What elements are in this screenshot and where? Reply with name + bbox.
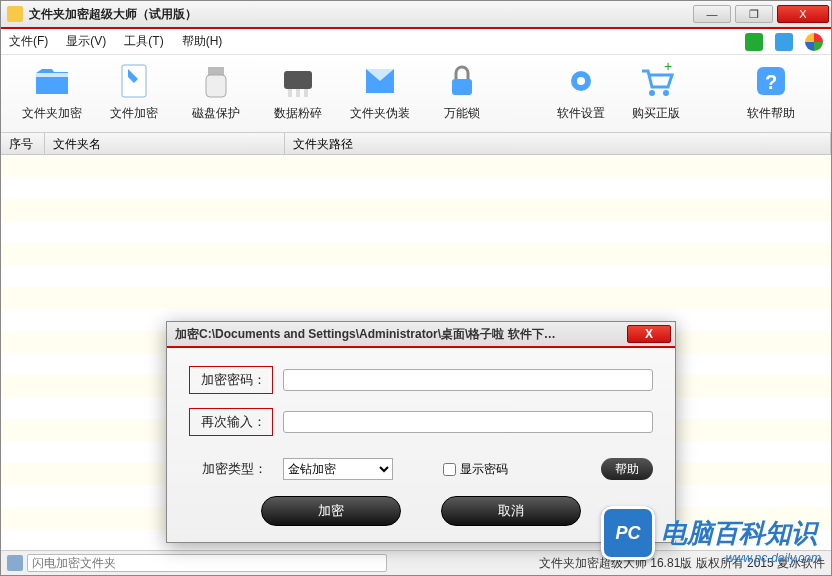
search-icon	[7, 555, 23, 571]
menu-view[interactable]: 显示(V)	[66, 33, 106, 50]
list-area: 加密C:\Documents and Settings\Administrato…	[1, 155, 831, 551]
encrypt-button[interactable]: 加密	[261, 496, 401, 526]
password-confirm-input[interactable]	[283, 411, 653, 433]
encrypt-type-label: 加密类型：	[189, 456, 273, 482]
gear-icon	[561, 61, 601, 101]
disk-protect-button[interactable]: 磁盘保护	[175, 61, 257, 132]
shred-button[interactable]: 数据粉碎	[257, 61, 339, 132]
minimize-button[interactable]: —	[693, 5, 731, 23]
col-path[interactable]: 文件夹路径	[285, 133, 831, 154]
menu-list: 文件(F) 显示(V) 工具(T) 帮助(H)	[9, 33, 222, 50]
disguise-label: 文件夹伪装	[350, 105, 410, 122]
password-input[interactable]	[283, 369, 653, 391]
maximize-button[interactable]: ❐	[735, 5, 773, 23]
svg-rect-3	[284, 71, 312, 89]
dialog-close-button[interactable]: X	[627, 325, 671, 343]
svg-rect-4	[288, 89, 292, 97]
shield-icon[interactable]	[745, 33, 763, 51]
phone-icon[interactable]	[775, 33, 793, 51]
file-icon	[114, 61, 154, 101]
svg-point-12	[663, 90, 669, 96]
folder-encrypt-button[interactable]: 文件夹加密	[11, 61, 93, 132]
file-encrypt-button[interactable]: 文件加密	[93, 61, 175, 132]
disguise-button[interactable]: 文件夹伪装	[339, 61, 421, 132]
status-bar: 文件夹加密超级大师 16.81版 版权所有 2015 夏冰软件	[1, 551, 831, 575]
cart-icon: +	[636, 61, 676, 101]
password-confirm-label: 再次输入：	[189, 408, 273, 436]
encrypt-type-select[interactable]: 金钻加密	[283, 458, 393, 480]
cancel-button[interactable]: 取消	[441, 496, 581, 526]
col-index[interactable]: 序号	[1, 133, 45, 154]
title-bar: 文件夹加密超级大师（试用版） — ❐ X	[1, 1, 831, 29]
help-button[interactable]: ? 软件帮助	[733, 61, 808, 132]
shredder-icon	[278, 61, 318, 101]
dialog-help-button[interactable]: 帮助	[601, 458, 653, 480]
folder-icon	[32, 61, 72, 101]
disk-protect-label: 磁盘保护	[192, 105, 240, 122]
svg-rect-8	[452, 79, 472, 95]
list-header: 序号 文件夹名 文件夹路径	[1, 133, 831, 155]
disguise-icon	[360, 61, 400, 101]
svg-rect-5	[296, 89, 300, 97]
file-encrypt-label: 文件加密	[110, 105, 158, 122]
svg-text:?: ?	[764, 71, 776, 93]
settings-button[interactable]: 软件设置	[543, 61, 618, 132]
dialog-title-bar: 加密C:\Documents and Settings\Administrato…	[167, 322, 675, 348]
settings-label: 软件设置	[557, 105, 605, 122]
menu-file[interactable]: 文件(F)	[9, 33, 48, 50]
buy-button[interactable]: + 购买正版	[618, 61, 693, 132]
menu-help[interactable]: 帮助(H)	[182, 33, 223, 50]
help-label: 软件帮助	[747, 105, 795, 122]
app-icon	[7, 6, 23, 22]
dialog-title: 加密C:\Documents and Settings\Administrato…	[175, 326, 556, 343]
svg-point-10	[577, 77, 585, 85]
show-password-input[interactable]	[443, 463, 456, 476]
svg-point-11	[649, 90, 655, 96]
window-title: 文件夹加密超级大师（试用版）	[29, 6, 691, 23]
svg-rect-6	[304, 89, 308, 97]
encrypt-dialog: 加密C:\Documents and Settings\Administrato…	[166, 321, 676, 543]
password-label: 加密密码：	[189, 366, 273, 394]
clover-icon[interactable]	[805, 33, 823, 51]
svg-text:+: +	[664, 61, 672, 74]
window-buttons: — ❐ X	[691, 5, 831, 23]
master-lock-button[interactable]: 万能锁	[421, 61, 503, 132]
lock-icon	[442, 61, 482, 101]
menu-bar: 文件(F) 显示(V) 工具(T) 帮助(H)	[1, 29, 831, 55]
dialog-body: 加密密码： 再次输入： 加密类型： 金钻加密 显示密码 帮助	[167, 348, 675, 542]
buy-label: 购买正版	[632, 105, 680, 122]
master-lock-label: 万能锁	[444, 105, 480, 122]
toolbar: 文件夹加密 文件加密 磁盘保护 数据粉碎 文件夹伪装	[1, 55, 831, 133]
show-password-label: 显示密码	[460, 461, 508, 478]
col-name[interactable]: 文件夹名	[45, 133, 285, 154]
copyright-text: 文件夹加密超级大师 16.81版 版权所有 2015 夏冰软件	[539, 555, 825, 572]
close-button[interactable]: X	[777, 5, 829, 23]
search-input[interactable]	[27, 554, 387, 572]
show-password-checkbox[interactable]: 显示密码	[443, 461, 508, 478]
shred-label: 数据粉碎	[274, 105, 322, 122]
svg-rect-2	[206, 75, 226, 97]
tray-icons	[745, 33, 823, 51]
question-icon: ?	[751, 61, 791, 101]
usb-icon	[196, 61, 236, 101]
menu-tools[interactable]: 工具(T)	[124, 33, 163, 50]
folder-encrypt-label: 文件夹加密	[22, 105, 82, 122]
app-window: 文件夹加密超级大师（试用版） — ❐ X 文件(F) 显示(V) 工具(T) 帮…	[0, 0, 832, 576]
